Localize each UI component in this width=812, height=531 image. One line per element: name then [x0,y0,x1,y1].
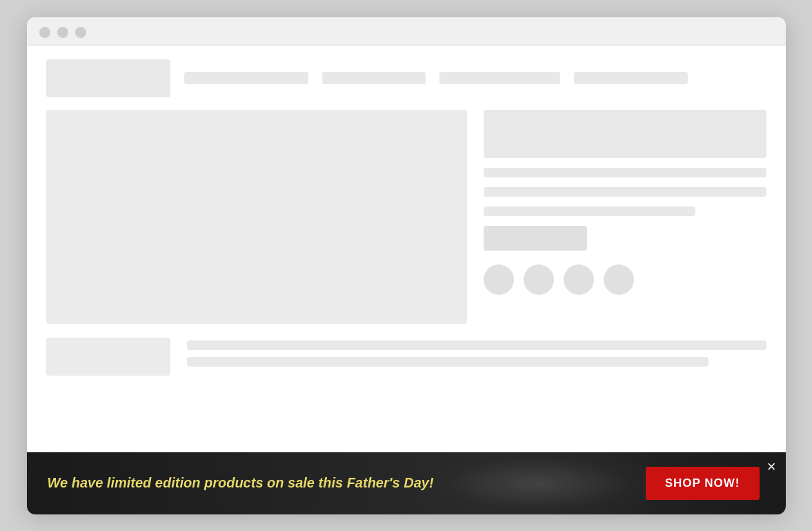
product-title-line-3 [484,206,696,216]
nav-item-4 [574,72,688,84]
bottom-skeleton-row [46,338,766,376]
product-title-line-2 [484,187,766,197]
logo-skeleton [46,59,170,97]
nav-skeleton [46,59,766,97]
nav-item-2 [322,72,426,84]
window-dot-green [75,27,86,38]
bottom-line-1 [187,340,766,350]
nav-item-1 [184,72,308,84]
browser-window: We have limited edition products on sale… [27,17,786,514]
promo-banner: We have limited edition products on sale… [27,452,786,514]
color-option-4[interactable] [604,264,634,295]
product-thumb-skeleton [484,110,766,158]
product-details-col [484,110,766,324]
main-product-image-col [46,110,467,324]
shop-now-button[interactable]: SHOP NOW! [646,467,760,500]
product-price-skeleton [484,226,587,251]
main-content-area [46,110,766,324]
color-options-row [484,264,766,295]
banner-message: We have limited edition products on sale… [48,475,434,491]
banner-right-area: SHOP NOW! [646,467,760,500]
window-dot-yellow [57,27,68,38]
banner-close-button[interactable]: × [767,459,776,474]
bottom-line-2 [187,357,709,367]
browser-titlebar [27,17,786,46]
product-title-line-1 [484,168,766,177]
color-option-1[interactable] [484,264,514,295]
window-dot-red [39,27,50,38]
color-option-3[interactable] [564,264,594,295]
color-option-2[interactable] [524,264,554,295]
nav-item-3 [439,72,560,84]
browser-content: We have limited edition products on sale… [27,46,786,514]
bottom-thumb-skeleton [46,338,170,376]
banner-bg-image [427,452,648,514]
main-product-image-skeleton [46,110,467,324]
bottom-text-col [187,338,766,376]
